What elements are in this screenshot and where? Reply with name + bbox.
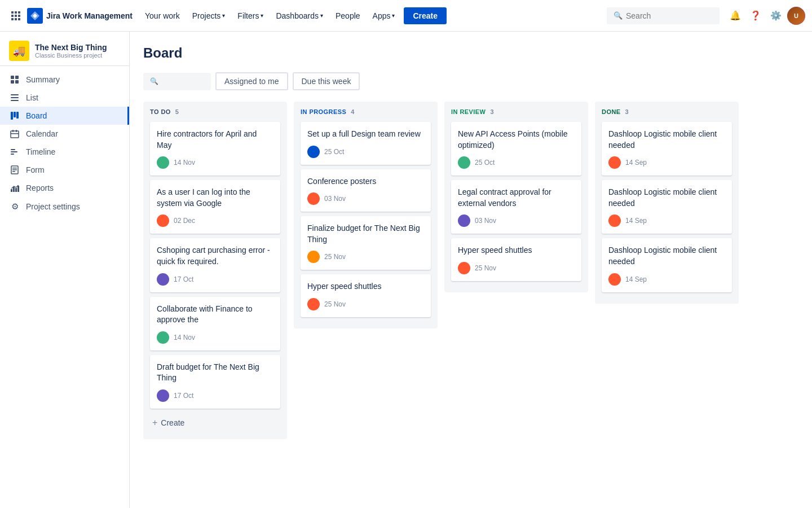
sidebar-item-board[interactable]: Board <box>0 107 129 125</box>
sidebar-nav: Summary List Board Calendar <box>0 66 129 221</box>
nav-projects[interactable]: Projects ▾ <box>187 8 231 24</box>
jira-logo-icon <box>27 8 43 24</box>
top-navigation: Jira Work Management Your work Projects … <box>0 0 812 32</box>
nav-apps[interactable]: Apps ▾ <box>367 8 401 24</box>
timeline-icon <box>9 147 20 156</box>
card[interactable]: Finalize budget for The Next Big Thing 2… <box>301 216 431 270</box>
board-icon <box>9 111 20 120</box>
card[interactable]: As a user I can log into the system via … <box>150 180 280 234</box>
column-header-done: DONE3 <box>602 108 732 115</box>
card-avatar <box>157 331 169 344</box>
due-this-week-filter[interactable]: Due this week <box>293 72 360 90</box>
column-count-inreview: 3 <box>490 108 493 115</box>
svg-rect-12 <box>15 80 19 84</box>
column-done: DONE3 Dashloop Logistic mobile client ne… <box>595 102 739 304</box>
list-icon <box>9 93 20 102</box>
column-label-todo: TO DO <box>150 108 171 115</box>
card-avatar <box>608 214 621 227</box>
card-date: 14 Sep <box>625 275 647 283</box>
card-title: Set up a full Design team review <box>307 129 424 140</box>
card-avatar <box>458 214 470 227</box>
svg-rect-15 <box>11 100 19 101</box>
nav-filters[interactable]: Filters ▾ <box>232 8 269 24</box>
card[interactable]: Legal contract approval for external ven… <box>451 180 581 234</box>
nav-your-work[interactable]: Your work <box>139 8 186 24</box>
svg-rect-11 <box>11 80 14 84</box>
card[interactable]: Hyper speed shuttles 25 Nov <box>451 238 581 281</box>
card-title: Dashloop Logistic mobile client needed <box>608 187 725 209</box>
sidebar-item-list[interactable]: List <box>0 89 129 107</box>
column-inprogress: IN PROGRESS4 Set up a full Design team r… <box>294 102 438 329</box>
svg-rect-13 <box>11 94 19 95</box>
sidebar-item-form[interactable]: Form <box>0 161 129 179</box>
card-footer: 25 Oct <box>458 156 575 169</box>
card-title: Cshoping cart purchasing error - quick f… <box>157 245 273 267</box>
svg-rect-20 <box>12 130 14 132</box>
card[interactable]: Cshoping cart purchasing error - quick f… <box>150 238 280 292</box>
svg-rect-22 <box>11 133 19 134</box>
card-title: Finalize budget for The Next Big Thing <box>307 223 424 245</box>
create-card-row[interactable]: +Create <box>150 413 280 432</box>
card-title: Dashloop Logistic mobile client needed <box>608 129 725 151</box>
card-footer: 25 Nov <box>307 298 424 310</box>
card-date: 25 Nov <box>324 253 346 261</box>
jira-logo[interactable]: Jira Work Management <box>27 8 133 24</box>
card-date: 17 Oct <box>174 275 193 283</box>
help-button[interactable]: ❓ <box>747 7 765 25</box>
search-box[interactable]: 🔍 <box>607 7 720 24</box>
page-title: Board <box>143 45 798 61</box>
reports-label: Reports <box>26 183 54 192</box>
svg-rect-25 <box>11 154 14 155</box>
nav-grid-icon[interactable] <box>7 7 25 25</box>
card[interactable]: Hire contractors for April and May 14 No… <box>150 122 280 176</box>
card[interactable]: Collaborate with Finance to approve the … <box>150 297 280 351</box>
board-filters: 🔍 Assigned to me Due this week <box>143 72 798 90</box>
svg-rect-4 <box>15 15 17 17</box>
project-settings-icon: ⚙ <box>9 202 20 212</box>
column-todo: TO DO5 Hire contractors for April and Ma… <box>143 102 287 439</box>
card-title: New API Access Points (mobile optimized) <box>458 129 575 151</box>
svg-rect-14 <box>11 97 19 98</box>
card-avatar <box>157 273 169 286</box>
project-icon: 🚚 <box>9 41 29 61</box>
search-icon: 🔍 <box>614 11 623 20</box>
reports-icon <box>9 183 20 192</box>
svg-rect-32 <box>15 188 17 192</box>
card-footer: 17 Oct <box>157 389 273 402</box>
column-inreview: IN REVIEW3 New API Access Points (mobile… <box>444 102 588 292</box>
create-button[interactable]: Create <box>404 7 447 24</box>
card[interactable]: Dashloop Logistic mobile client needed 1… <box>602 180 732 234</box>
card-title: Dashloop Logistic mobile client needed <box>608 245 725 267</box>
card-date: 25 Oct <box>324 148 344 156</box>
svg-rect-3 <box>11 15 14 17</box>
sidebar-item-timeline[interactable]: Timeline <box>0 143 129 161</box>
board-search-input[interactable] <box>162 77 201 86</box>
sidebar-item-summary[interactable]: Summary <box>0 71 129 89</box>
settings-button[interactable]: ⚙️ <box>767 7 785 25</box>
card-date: 14 Nov <box>174 334 195 341</box>
board-search[interactable]: 🔍 <box>143 73 211 90</box>
notifications-button[interactable]: 🔔 <box>726 7 744 25</box>
svg-rect-21 <box>16 130 17 132</box>
card-avatar <box>307 192 320 205</box>
sidebar-item-reports[interactable]: Reports <box>0 179 129 197</box>
search-input[interactable] <box>626 11 705 20</box>
card[interactable]: Dashloop Logistic mobile client needed 1… <box>602 238 732 292</box>
card-footer: 02 Dec <box>157 214 273 227</box>
grid-menu-icon[interactable] <box>7 7 25 25</box>
svg-rect-33 <box>17 186 19 192</box>
nav-people[interactable]: People <box>330 8 366 24</box>
column-header-inreview: IN REVIEW3 <box>451 108 581 115</box>
sidebar-item-calendar[interactable]: Calendar <box>0 125 129 143</box>
card[interactable]: Hyper speed shuttles 25 Nov <box>301 274 431 317</box>
nav-dashboards[interactable]: Dashboards ▾ <box>270 8 329 24</box>
card[interactable]: Conference posters 03 Nov <box>301 169 431 212</box>
card[interactable]: Draft budget for The Next Big Thing 17 O… <box>150 355 280 409</box>
sidebar-item-project-settings[interactable]: ⚙ Project settings <box>0 197 129 216</box>
svg-rect-30 <box>11 189 12 192</box>
user-avatar[interactable]: U <box>787 7 805 25</box>
card[interactable]: Set up a full Design team review 25 Oct <box>301 122 431 165</box>
card[interactable]: New API Access Points (mobile optimized)… <box>451 122 581 176</box>
assigned-to-me-filter[interactable]: Assigned to me <box>215 72 288 90</box>
card[interactable]: Dashloop Logistic mobile client needed 1… <box>602 122 732 176</box>
